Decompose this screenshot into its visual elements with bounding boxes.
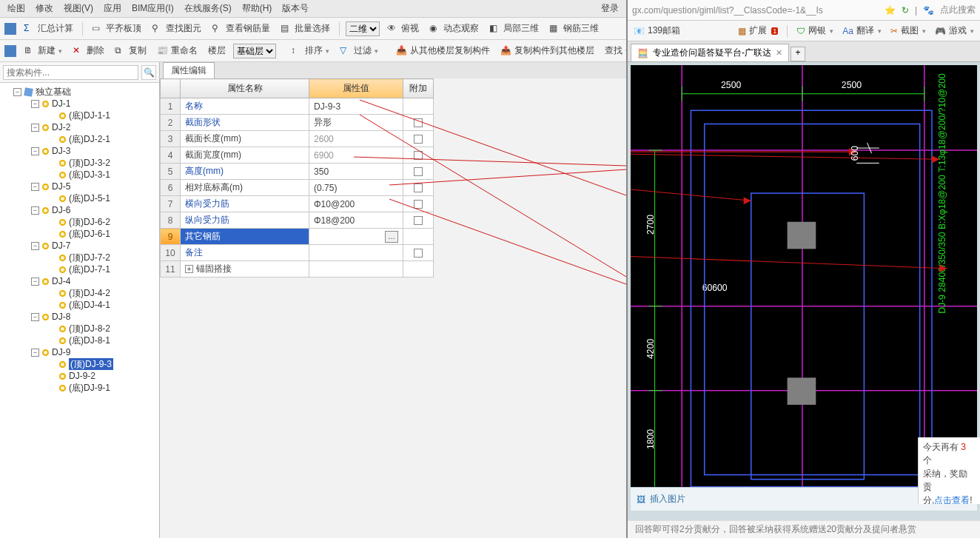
property-row[interactable]: 7横向受力筋Φ10@200 <box>161 196 434 212</box>
tree-item[interactable]: (底)DJ-3-1 <box>0 169 159 181</box>
menu-draw[interactable]: 绘图 <box>3 1 30 16</box>
menu-apply[interactable]: 应用 <box>99 1 126 16</box>
tree-item[interactable]: (底)DJ-2-1 <box>0 133 159 145</box>
tree-group[interactable]: −DJ-3 <box>0 145 159 157</box>
btn-filter[interactable]: ▽过滤▾ <box>337 43 381 58</box>
view-reward-link[interactable]: 点击查看 <box>934 495 970 504</box>
property-attach[interactable] <box>403 245 434 261</box>
property-row[interactable]: 11+锚固搭接 <box>161 261 434 278</box>
checkbox[interactable] <box>414 216 423 225</box>
floor-select[interactable]: 基础层 <box>233 44 276 58</box>
tree-item[interactable]: (顶)DJ-7-2 <box>0 252 159 263</box>
tree-group[interactable]: −DJ-9 <box>0 346 159 358</box>
property-value[interactable]: DJ-9-3 <box>309 98 403 115</box>
checkbox[interactable] <box>414 200 423 209</box>
btn-delete[interactable]: ✕删除 <box>70 43 107 58</box>
btn-new[interactable]: 🗎新建▾ <box>21 43 65 58</box>
property-value[interactable]: 6900 <box>309 147 403 164</box>
tree-group[interactable]: −DJ-1 <box>0 98 159 110</box>
btn-dynamic-orbit[interactable]: ◉动态观察 <box>426 21 482 36</box>
tree-item[interactable]: DJ-9-2 <box>0 370 159 382</box>
search-placeholder[interactable]: 点此搜索 <box>940 4 976 16</box>
property-value[interactable]: Φ18@200 <box>309 212 403 229</box>
property-attach[interactable] <box>403 147 434 164</box>
btn-copy-to-floor[interactable]: 📤复制构件到其他楼层 <box>497 43 597 58</box>
new-tab-button[interactable]: + <box>791 47 805 61</box>
tree-item[interactable]: (顶)DJ-3-2 <box>0 157 159 169</box>
property-row[interactable]: 1名称DJ-9-3 <box>161 98 434 115</box>
tree-item[interactable]: (顶)DJ-6-2 <box>0 216 159 228</box>
tree-item[interactable]: (底)DJ-8-1 <box>0 334 159 346</box>
checkbox[interactable] <box>414 135 423 144</box>
property-attach[interactable] <box>403 196 434 212</box>
btn-sum-compute[interactable]: Σ汇总计算 <box>21 21 76 36</box>
property-value[interactable]: 2600 <box>309 131 403 147</box>
checkbox[interactable] <box>414 118 423 127</box>
bookmark-bank[interactable]: 🛡网银▾ <box>796 24 833 37</box>
property-row[interactable]: 5高度(mm)350 <box>161 164 434 180</box>
tree-root[interactable]: −独立基础 <box>0 86 159 98</box>
tree-group[interactable]: −DJ-6 <box>0 204 159 216</box>
tree-item[interactable]: (底)DJ-6-1 <box>0 228 159 240</box>
btn-rebar-qty[interactable]: ⚲查看钢筋量 <box>209 21 273 36</box>
property-value[interactable] <box>309 261 403 278</box>
property-value[interactable]: (0.75) <box>309 180 403 196</box>
property-attach[interactable] <box>403 261 434 278</box>
property-attach[interactable] <box>403 164 434 180</box>
tree-group[interactable]: −DJ-7 <box>0 240 159 252</box>
property-value[interactable]: 异形 <box>309 115 403 131</box>
property-attach[interactable] <box>403 131 434 147</box>
property-row[interactable]: 8纵向受力筋Φ18@200 <box>161 212 434 229</box>
property-attach[interactable] <box>403 229 434 245</box>
tree-item[interactable]: (顶)DJ-4-2 <box>0 287 159 299</box>
checkbox[interactable] <box>414 151 423 160</box>
tree-group[interactable]: −DJ-8 <box>0 311 159 323</box>
property-row[interactable]: 2截面形状异形 <box>161 115 434 131</box>
checkbox[interactable] <box>414 249 423 258</box>
property-attach[interactable] <box>403 212 434 229</box>
menu-view[interactable]: 视图(V) <box>59 1 98 16</box>
property-attach[interactable] <box>403 180 434 196</box>
tree-item[interactable]: (顶)DJ-9-3 <box>0 358 159 370</box>
url-field[interactable]: gx.com/question/giml/list?__ClassCode=-1… <box>632 5 880 16</box>
tree-item[interactable]: (底)DJ-7-1 <box>0 263 159 275</box>
property-value[interactable]: Φ10@200 <box>309 196 403 212</box>
menu-help[interactable]: 帮助(H) <box>238 1 277 16</box>
tree-item[interactable]: (底)DJ-9-1 <box>0 382 159 394</box>
btn-local-3d[interactable]: ◧局部三维 <box>486 21 542 36</box>
property-row[interactable]: 10备注 <box>161 245 434 261</box>
property-row[interactable]: 9其它钢筋… <box>161 229 434 245</box>
checkbox[interactable] <box>414 184 423 192</box>
property-value[interactable]: 350 <box>309 164 403 180</box>
btn-flat-board[interactable]: ▭平齐板顶 <box>89 21 144 36</box>
tree-group[interactable]: −DJ-2 <box>0 121 159 133</box>
bookmark-game[interactable]: 🎮游戏▾ <box>935 24 974 37</box>
btn-find-element[interactable]: ⚲查找图元 <box>149 21 204 36</box>
close-panel-icon[interactable] <box>4 45 16 57</box>
component-tree[interactable]: −独立基础−DJ-1(底)DJ-1-1−DJ-2(底)DJ-2-1−DJ-3(顶… <box>0 83 159 538</box>
bookmark-ext[interactable]: ▦扩展1 <box>738 24 778 37</box>
tree-group[interactable]: −DJ-4 <box>0 275 159 287</box>
menu-online[interactable]: 在线服务(S) <box>180 1 236 16</box>
tree-item[interactable]: (底)DJ-4-1 <box>0 299 159 311</box>
menu-modify[interactable]: 修改 <box>31 1 58 16</box>
view-mode-select[interactable]: 二维 <box>346 21 380 36</box>
btn-copy[interactable]: ⧉复制 <box>112 43 150 58</box>
btn-rebar-3d[interactable]: ▦钢筋三维 <box>546 21 602 36</box>
btn-rename[interactable]: 📰重命名 <box>154 43 201 58</box>
bookmark-translate[interactable]: Aа翻译▾ <box>842 24 882 37</box>
tab-property-edit[interactable]: 属性编辑 <box>163 62 215 78</box>
close-tab-icon[interactable]: ✕ <box>776 48 782 58</box>
bookmark-snip[interactable]: ✂截图▾ <box>890 24 926 37</box>
property-attach[interactable] <box>403 115 434 131</box>
property-value[interactable]: … <box>309 229 403 245</box>
property-value[interactable] <box>309 245 403 261</box>
menu-version[interactable]: 版本号 <box>278 1 313 16</box>
more-button[interactable]: … <box>385 231 398 243</box>
btn-copy-from-floor[interactable]: 📥从其他楼层复制构件 <box>393 43 493 58</box>
close-panel-icon[interactable] <box>4 23 16 35</box>
baidu-icon[interactable]: 🐾 <box>923 5 934 16</box>
login-link[interactable]: 登录 <box>597 1 623 16</box>
bookmark-mail[interactable]: 📧139邮箱 <box>634 24 680 37</box>
tree-group[interactable]: −DJ-5 <box>0 181 159 192</box>
